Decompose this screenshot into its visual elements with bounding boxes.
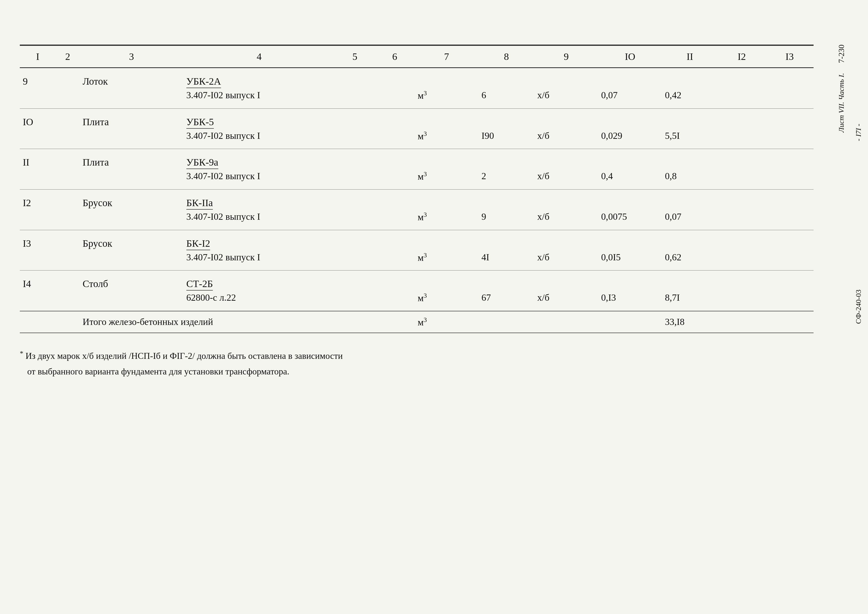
cell-rowI2s-id bbox=[20, 211, 56, 230]
cell-row9-col4main: УБК-2А bbox=[183, 68, 335, 89]
table-row-sub: 62800-с л.22 м3 67 х/б 0,I3 8,7I bbox=[20, 291, 814, 311]
cell-rowI4-col9 bbox=[534, 270, 598, 292]
cell-rowII-col8 bbox=[479, 149, 534, 170]
cell-rowIOs-col4sub: 3.407-I02 выпуск I bbox=[183, 130, 335, 149]
footnote-section: * Из двух марок х/б изделий /НСП-Iб и ФI… bbox=[20, 348, 663, 379]
item-name-rowI2: БК-IIа bbox=[186, 197, 213, 209]
cell-rowIO-col11 bbox=[662, 109, 718, 130]
cell-rowI4-col2 bbox=[56, 270, 80, 292]
cell-rowI2s-col12 bbox=[718, 211, 766, 230]
side-label-top: Лист VII. Часть I. bbox=[837, 73, 845, 132]
total-col10 bbox=[598, 311, 662, 333]
main-content: I 2 3 4 5 6 7 8 9 IO II I2 I3 bbox=[20, 45, 814, 589]
data-table: I 2 3 4 5 6 7 8 9 IO II I2 I3 bbox=[20, 45, 814, 333]
cell-rowIIs-col7: м3 bbox=[415, 170, 479, 189]
cell-rowII-col56 bbox=[335, 149, 415, 170]
cell-rowIO-col10 bbox=[598, 109, 662, 130]
cell-rowII-col11 bbox=[662, 149, 718, 170]
cell-rowI2s-col7: м3 bbox=[415, 211, 479, 230]
cell-rowIOs-col3 bbox=[80, 130, 183, 149]
cell-rowI2-col2 bbox=[56, 189, 80, 211]
cell-rowI3s-col7: м3 bbox=[415, 251, 479, 270]
cell-rowI2s-col8: 9 bbox=[479, 211, 534, 230]
footnote-line2: от выбранного варианта фундамента для ус… bbox=[20, 364, 663, 379]
cell-rowI2-col7 bbox=[415, 189, 479, 211]
cell-rowII-col3: Плита bbox=[80, 149, 183, 170]
cell-row9s-col8: 6 bbox=[479, 89, 534, 109]
col-header-13: I3 bbox=[766, 45, 814, 68]
cell-rowI4-col11 bbox=[662, 270, 718, 292]
cell-rowIIs-id bbox=[20, 170, 56, 189]
cell-row9-col11 bbox=[662, 68, 718, 89]
total-value: 33,I8 bbox=[662, 311, 718, 333]
cell-rowI2s-col2 bbox=[56, 211, 80, 230]
cell-rowI2-col11 bbox=[662, 189, 718, 211]
table-body: 9 Лоток УБК-2А bbox=[20, 68, 814, 333]
cell-rowI3s-col12 bbox=[718, 251, 766, 270]
item-name-row9: УБК-2А bbox=[186, 76, 221, 88]
cell-rowIOs-col2 bbox=[56, 130, 80, 149]
cell-rowI3-col11 bbox=[662, 230, 718, 251]
cell-rowI4s-id bbox=[20, 291, 56, 311]
cell-rowI3-col3: Брусок bbox=[80, 230, 183, 251]
col-header-12: I2 bbox=[718, 45, 766, 68]
total-col13 bbox=[766, 311, 814, 333]
cell-rowI2s-col3 bbox=[80, 211, 183, 230]
total-col9 bbox=[534, 311, 598, 333]
cell-rowI4s-col12 bbox=[718, 291, 766, 311]
table-row-sub: 3.407-I02 выпуск I м3 I90 х/б 0,029 5,5I bbox=[20, 130, 814, 149]
item-name-rowI4: СТ-2Б bbox=[186, 278, 213, 290]
table-row-sub: 3.407-I02 выпуск I м3 2 х/б 0,4 0,8 bbox=[20, 170, 814, 189]
table-row: I2 Брусок БК-IIа bbox=[20, 189, 814, 211]
cell-rowI3s-col56 bbox=[335, 251, 415, 270]
cell-rowI3s-id bbox=[20, 251, 56, 270]
cell-rowII-col9 bbox=[534, 149, 598, 170]
cell-rowI3-col2 bbox=[56, 230, 80, 251]
total-id bbox=[20, 311, 56, 333]
annotation-bottom: СФ-240-03 bbox=[854, 290, 863, 324]
cell-rowII-col2 bbox=[56, 149, 80, 170]
cell-row9-col56 bbox=[335, 68, 415, 89]
cell-rowI4-id: I4 bbox=[20, 270, 56, 292]
cell-rowI3-col9 bbox=[534, 230, 598, 251]
cell-rowI4-col10 bbox=[598, 270, 662, 292]
cell-rowI2s-col13 bbox=[766, 211, 814, 230]
cell-rowI2s-col9: х/б bbox=[534, 211, 598, 230]
cell-rowIOs-col56 bbox=[335, 130, 415, 149]
cell-rowII-col7 bbox=[415, 149, 479, 170]
cell-row9s-col13 bbox=[766, 89, 814, 109]
cell-rowI3s-col13 bbox=[766, 251, 814, 270]
cell-rowIO-col12 bbox=[718, 109, 766, 130]
cell-rowII-id: II bbox=[20, 149, 56, 170]
total-unit: м3 bbox=[415, 311, 479, 333]
table-row: I4 Столб СТ-2Б bbox=[20, 270, 814, 292]
cell-rowIIs-col4sub: 3.407-I02 выпуск I bbox=[183, 170, 335, 189]
col-header-6: 6 bbox=[375, 45, 415, 68]
cell-rowI4-col13 bbox=[766, 270, 814, 292]
cell-rowIO-col9 bbox=[534, 109, 598, 130]
cell-rowI2-col13 bbox=[766, 189, 814, 211]
cell-rowI2-col12 bbox=[718, 189, 766, 211]
cell-rowIIs-col11: 0,8 bbox=[662, 170, 718, 189]
cell-rowIOs-col11: 5,5I bbox=[662, 130, 718, 149]
cell-rowIIs-col8: 2 bbox=[479, 170, 534, 189]
cell-rowI2s-col11: 0,07 bbox=[662, 211, 718, 230]
cell-rowI3s-col9: х/б bbox=[534, 251, 598, 270]
table-row: IO Плита УБК-5 bbox=[20, 109, 814, 130]
page: 7-230 Лист VII. Часть I. bbox=[0, 0, 868, 614]
cell-rowI2-col10 bbox=[598, 189, 662, 211]
cell-rowIIs-col13 bbox=[766, 170, 814, 189]
col-header-10: IO bbox=[598, 45, 662, 68]
cell-rowIIs-col9: х/б bbox=[534, 170, 598, 189]
table-row: 9 Лоток УБК-2А bbox=[20, 68, 814, 89]
table-row-sub: 3.407-I02 выпуск I м3 4I х/б 0,0I5 0,62 bbox=[20, 251, 814, 270]
cell-rowI3-col13 bbox=[766, 230, 814, 251]
cell-rowIOs-col8: I90 bbox=[479, 130, 534, 149]
cell-rowI4s-col9: х/б bbox=[534, 291, 598, 311]
cell-row9s-id bbox=[20, 89, 56, 109]
cell-row9-col7 bbox=[415, 68, 479, 89]
cell-rowI3-id: I3 bbox=[20, 230, 56, 251]
cell-rowIOs-id bbox=[20, 130, 56, 149]
col-header-9: 9 bbox=[534, 45, 598, 68]
col-header-11: II bbox=[662, 45, 718, 68]
